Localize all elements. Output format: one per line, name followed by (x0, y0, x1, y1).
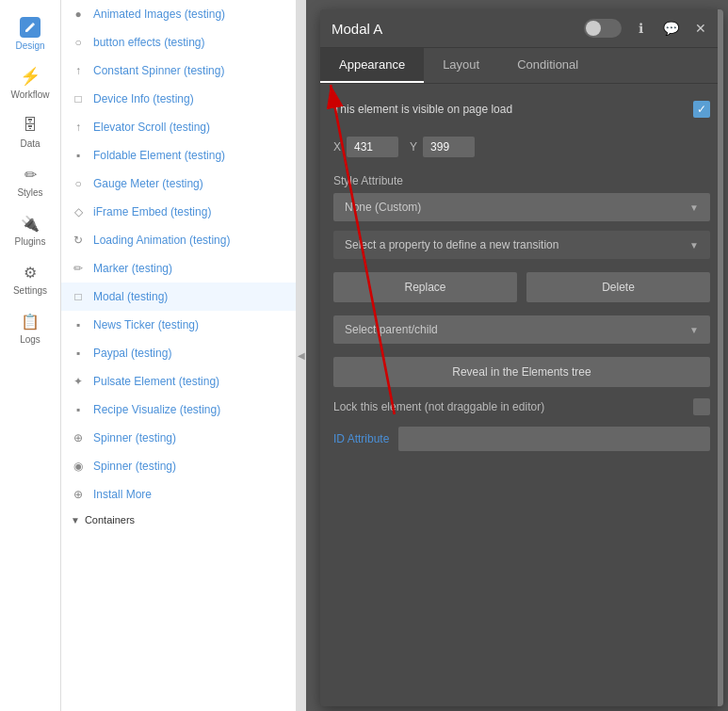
plugin-item-label: Constant Spinner (testing) (93, 64, 224, 77)
list-item[interactable]: □ Device Info (testing) (61, 85, 296, 113)
list-item[interactable]: ◇ iFrame Embed (testing) (61, 198, 296, 226)
constant-spinner-icon: ↑ (71, 63, 86, 78)
parent-child-row: Select parent/child ▼ (333, 315, 710, 344)
id-attribute-row: ID Attribute (333, 427, 710, 451)
lock-checkbox[interactable] (693, 398, 710, 415)
modal-window: Modal A ℹ 💬 ✕ Appearance Layout Conditio… (320, 9, 723, 706)
parent-child-dropdown[interactable]: Select parent/child ▼ (333, 315, 710, 344)
logs-icon: 📋 (20, 311, 40, 331)
list-item[interactable]: ● Animated Images (testing) (61, 0, 296, 28)
list-item[interactable]: ▪ Foldable Element (testing) (61, 141, 296, 170)
y-input[interactable] (423, 137, 475, 157)
transition-placeholder: Select a property to define a new transi… (345, 238, 558, 251)
paypal-icon: ▪ (71, 346, 86, 361)
sidebar-item-data[interactable]: 🗄 Data (0, 107, 60, 156)
modal-header-icons: ℹ 💬 ✕ (584, 17, 712, 40)
sidebar-design-label: Design (15, 40, 44, 51)
y-field: Y (410, 137, 475, 157)
visibility-checkbox[interactable]: ✓ (693, 101, 710, 118)
install-more-icon: ⊕ (71, 487, 86, 502)
plugin-item-label: button effects (testing) (93, 36, 205, 49)
workflow-icon: ⚡ (20, 66, 40, 87)
collapse-arrow-icon: ▼ (71, 515, 80, 525)
styles-icon: ✏ (20, 164, 40, 185)
x-input[interactable] (347, 137, 398, 157)
plugins-icon: 🔌 (20, 213, 40, 234)
action-buttons: Replace Delete (333, 272, 710, 302)
modal-title: Modal A (332, 21, 382, 37)
design-icon (20, 17, 40, 38)
foldable-element-icon: ▪ (71, 148, 86, 163)
modal-resize-handle[interactable] (718, 9, 723, 706)
plugin-item-label: Spinner (testing) (93, 431, 176, 444)
close-button[interactable]: ✕ (689, 17, 712, 40)
sidebar-item-workflow[interactable]: ⚡ Workflow (0, 58, 60, 107)
sidebar-item-styles[interactable]: ✏ Styles (0, 156, 60, 205)
news-ticker-icon: ▪ (71, 317, 86, 332)
list-item[interactable]: ↑ Constant Spinner (testing) (61, 57, 296, 85)
plugin-item-label: Modal (testing) (93, 290, 168, 303)
recipe-visualize-icon: ▪ (71, 402, 86, 417)
list-item[interactable]: ✦ Pulsate Element (testing) (61, 367, 296, 396)
resize-handle[interactable]: ◀ (297, 0, 306, 711)
list-item[interactable]: ○ Gauge Meter (testing) (61, 170, 296, 198)
tab-layout[interactable]: Layout (424, 48, 498, 83)
sidebar: Design ⚡ Workflow 🗄 Data ✏ Styles 🔌 Plug… (0, 0, 61, 711)
containers-section: ▼ Containers (61, 509, 296, 531)
xy-row: X Y (333, 129, 710, 170)
modal-icon: □ (71, 289, 86, 304)
style-attribute-dropdown[interactable]: None (Custom) ▼ (333, 193, 710, 221)
sidebar-item-settings[interactable]: ⚙ Settings (0, 254, 60, 303)
info-button[interactable]: ℹ (629, 17, 652, 40)
tab-appearance[interactable]: Appearance (320, 48, 424, 83)
sidebar-settings-label: Settings (13, 285, 47, 296)
sidebar-item-design[interactable]: Design (0, 9, 60, 58)
list-item[interactable]: ▪ Paypal (testing) (61, 339, 296, 367)
plugin-item-label: Elevator Scroll (testing) (93, 121, 210, 134)
modal-tabs: Appearance Layout Conditional (320, 48, 723, 84)
sidebar-item-logs[interactable]: 📋 Logs (0, 303, 60, 352)
pulsate-element-icon: ✦ (71, 374, 86, 389)
plugin-item-label: News Ticker (testing) (93, 318, 199, 331)
plugin-list: ● Animated Images (testing) ○ button eff… (61, 0, 297, 711)
list-item[interactable]: ○ button effects (testing) (61, 28, 296, 57)
plugin-item-label: Foldable Element (testing) (93, 149, 225, 162)
list-item[interactable]: ↑ Elevator Scroll (testing) (61, 113, 296, 141)
sidebar-logs-label: Logs (20, 334, 40, 345)
tab-conditional[interactable]: Conditional (498, 48, 597, 83)
sidebar-styles-label: Styles (17, 187, 42, 198)
plugin-item-label: iFrame Embed (testing) (93, 205, 211, 218)
visibility-label: This element is visible on page load (333, 103, 512, 116)
toggle-knob (586, 21, 601, 36)
list-item[interactable]: ▪ News Ticker (testing) (61, 311, 296, 339)
list-item[interactable]: ▪ Recipe Visualize (testing) (61, 396, 296, 424)
list-item[interactable]: ↻ Loading Animation (testing) (61, 226, 296, 254)
device-info-icon: □ (71, 91, 86, 106)
visibility-toggle[interactable] (584, 19, 622, 38)
elevator-scroll-icon: ↑ (71, 120, 86, 135)
main-panel: Modal A ℹ 💬 ✕ Appearance Layout Conditio… (306, 0, 728, 711)
plugin-item-label: Loading Animation (testing) (93, 234, 230, 247)
list-item[interactable]: ◉ Spinner (testing) (61, 452, 296, 480)
parent-child-label: Select parent/child (345, 323, 438, 336)
sidebar-item-plugins[interactable]: 🔌 Plugins (0, 205, 60, 254)
id-attribute-label: ID Attribute (333, 432, 389, 445)
x-label: X (333, 140, 341, 154)
id-attribute-input[interactable] (398, 427, 710, 451)
style-attribute-arrow-icon: ▼ (689, 202, 699, 213)
list-item-install-more[interactable]: ⊕ Install More (61, 480, 296, 509)
modal-body: This element is visible on page load ✓ X… (320, 84, 723, 696)
list-item[interactable]: ✏ Marker (testing) (61, 254, 296, 283)
replace-button[interactable]: Replace (333, 272, 517, 302)
reveal-button[interactable]: Reveal in the Elements tree (333, 357, 710, 387)
sidebar-workflow-label: Workflow (11, 89, 50, 100)
list-item[interactable]: ⊕ Spinner (testing) (61, 424, 296, 452)
sidebar-plugins-label: Plugins (15, 236, 46, 247)
chat-button[interactable]: 💬 (659, 17, 682, 40)
list-item-modal[interactable]: □ Modal (testing) (61, 283, 296, 311)
sidebar-data-label: Data (20, 138, 40, 149)
loading-animation-icon: ↻ (71, 233, 86, 248)
delete-button[interactable]: Delete (526, 272, 710, 302)
y-label: Y (410, 140, 417, 154)
transition-dropdown[interactable]: Select a property to define a new transi… (333, 231, 710, 259)
